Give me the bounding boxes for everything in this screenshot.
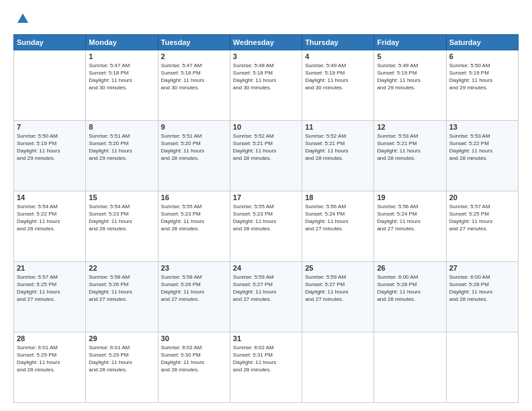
day-info: Sunrise: 5:56 AMSunset: 5:24 PMDaylight:…	[305, 203, 371, 233]
day-number: 24	[233, 264, 299, 272]
day-number: 3	[233, 52, 299, 60]
calendar-cell: 4Sunrise: 5:49 AMSunset: 5:19 PMDaylight…	[302, 50, 374, 120]
day-info: Sunrise: 5:51 AMSunset: 5:20 PMDaylight:…	[161, 132, 227, 163]
calendar-cell: 29Sunrise: 6:01 AMSunset: 5:29 PMDayligh…	[86, 332, 158, 402]
day-number: 14	[17, 193, 83, 201]
calendar: SundayMondayTuesdayWednesdayThursdayFrid…	[13, 34, 519, 403]
calendar-week-1: 7Sunrise: 5:50 AMSunset: 5:19 PMDaylight…	[14, 120, 519, 191]
day-number: 19	[377, 193, 443, 201]
day-number: 20	[449, 193, 515, 201]
day-info: Sunrise: 5:55 AMSunset: 5:23 PMDaylight:…	[161, 203, 227, 233]
calendar-cell: 20Sunrise: 5:57 AMSunset: 5:25 PMDayligh…	[446, 191, 518, 261]
calendar-week-3: 21Sunrise: 5:57 AMSunset: 5:25 PMDayligh…	[14, 261, 519, 332]
calendar-cell: 7Sunrise: 5:50 AMSunset: 5:19 PMDaylight…	[14, 120, 86, 191]
day-info: Sunrise: 6:01 AMSunset: 5:29 PMDaylight:…	[89, 344, 154, 374]
day-info: Sunrise: 5:48 AMSunset: 5:18 PMDaylight:…	[233, 62, 299, 92]
calendar-cell: 5Sunrise: 5:49 AMSunset: 5:19 PMDaylight…	[374, 50, 446, 120]
day-number: 12	[377, 123, 443, 131]
calendar-week-2: 14Sunrise: 5:54 AMSunset: 5:22 PMDayligh…	[14, 191, 519, 261]
calendar-cell: 14Sunrise: 5:54 AMSunset: 5:22 PMDayligh…	[14, 191, 86, 261]
day-info: Sunrise: 5:49 AMSunset: 5:19 PMDaylight:…	[305, 62, 371, 92]
calendar-cell: 25Sunrise: 5:59 AMSunset: 5:27 PMDayligh…	[302, 261, 374, 332]
calendar-cell: 28Sunrise: 6:01 AMSunset: 5:29 PMDayligh…	[14, 332, 86, 402]
day-info: Sunrise: 5:52 AMSunset: 5:21 PMDaylight:…	[305, 132, 371, 163]
calendar-cell: 27Sunrise: 6:00 AMSunset: 5:28 PMDayligh…	[446, 261, 518, 332]
calendar-cell: 1Sunrise: 5:47 AMSunset: 5:18 PMDaylight…	[86, 50, 158, 120]
day-number: 25	[305, 264, 371, 272]
calendar-cell	[446, 332, 518, 402]
calendar-cell: 10Sunrise: 5:52 AMSunset: 5:21 PMDayligh…	[230, 120, 302, 191]
day-info: Sunrise: 5:50 AMSunset: 5:19 PMDaylight:…	[17, 132, 83, 163]
day-number: 30	[161, 334, 227, 342]
svg-marker-0	[17, 13, 28, 23]
day-info: Sunrise: 6:00 AMSunset: 5:28 PMDaylight:…	[377, 273, 443, 304]
day-info: Sunrise: 5:56 AMSunset: 5:24 PMDaylight:…	[377, 203, 443, 233]
day-number: 26	[377, 264, 443, 272]
day-number: 1	[89, 52, 154, 60]
logo	[13, 11, 31, 30]
calendar-cell: 16Sunrise: 5:55 AMSunset: 5:23 PMDayligh…	[158, 191, 230, 261]
day-info: Sunrise: 5:54 AMSunset: 5:23 PMDaylight:…	[89, 203, 154, 233]
day-info: Sunrise: 5:47 AMSunset: 5:18 PMDaylight:…	[89, 62, 154, 92]
day-number: 10	[233, 123, 299, 131]
day-info: Sunrise: 5:58 AMSunset: 5:26 PMDaylight:…	[89, 273, 154, 304]
day-info: Sunrise: 5:57 AMSunset: 5:25 PMDaylight:…	[17, 273, 83, 304]
calendar-cell: 9Sunrise: 5:51 AMSunset: 5:20 PMDaylight…	[158, 120, 230, 191]
day-info: Sunrise: 5:47 AMSunset: 5:18 PMDaylight:…	[161, 62, 227, 92]
day-info: Sunrise: 6:02 AMSunset: 5:30 PMDaylight:…	[161, 344, 227, 374]
calendar-cell: 6Sunrise: 5:50 AMSunset: 5:19 PMDaylight…	[446, 50, 518, 120]
day-number: 7	[17, 123, 83, 131]
calendar-cell: 23Sunrise: 5:58 AMSunset: 5:26 PMDayligh…	[158, 261, 230, 332]
day-number: 13	[449, 123, 515, 131]
day-info: Sunrise: 5:55 AMSunset: 5:23 PMDaylight:…	[233, 203, 299, 233]
day-info: Sunrise: 5:53 AMSunset: 5:22 PMDaylight:…	[449, 132, 515, 163]
day-info: Sunrise: 5:53 AMSunset: 5:21 PMDaylight:…	[377, 132, 443, 163]
calendar-cell: 26Sunrise: 6:00 AMSunset: 5:28 PMDayligh…	[374, 261, 446, 332]
calendar-header-row: SundayMondayTuesdayWednesdayThursdayFrid…	[14, 34, 519, 50]
day-number: 28	[17, 334, 83, 342]
day-info: Sunrise: 6:00 AMSunset: 5:28 PMDaylight:…	[449, 273, 515, 304]
day-number: 11	[305, 123, 371, 131]
header	[13, 11, 519, 30]
page: SundayMondayTuesdayWednesdayThursdayFrid…	[0, 0, 532, 411]
day-number: 4	[305, 52, 371, 60]
col-header-tuesday: Tuesday	[158, 34, 230, 50]
calendar-cell: 24Sunrise: 5:59 AMSunset: 5:27 PMDayligh…	[230, 261, 302, 332]
day-info: Sunrise: 5:59 AMSunset: 5:27 PMDaylight:…	[233, 273, 299, 304]
calendar-cell: 31Sunrise: 6:02 AMSunset: 5:31 PMDayligh…	[230, 332, 302, 402]
day-number: 5	[377, 52, 443, 60]
calendar-cell: 17Sunrise: 5:55 AMSunset: 5:23 PMDayligh…	[230, 191, 302, 261]
day-info: Sunrise: 6:02 AMSunset: 5:31 PMDaylight:…	[233, 344, 299, 374]
calendar-cell: 8Sunrise: 5:51 AMSunset: 5:20 PMDaylight…	[86, 120, 158, 191]
day-info: Sunrise: 5:51 AMSunset: 5:20 PMDaylight:…	[89, 132, 154, 163]
calendar-cell: 12Sunrise: 5:53 AMSunset: 5:21 PMDayligh…	[374, 120, 446, 191]
day-number: 18	[305, 193, 371, 201]
calendar-cell: 30Sunrise: 6:02 AMSunset: 5:30 PMDayligh…	[158, 332, 230, 402]
calendar-cell: 22Sunrise: 5:58 AMSunset: 5:26 PMDayligh…	[86, 261, 158, 332]
col-header-friday: Friday	[374, 34, 446, 50]
calendar-cell	[302, 332, 374, 402]
calendar-cell: 15Sunrise: 5:54 AMSunset: 5:23 PMDayligh…	[86, 191, 158, 261]
day-number: 2	[161, 52, 227, 60]
calendar-week-0: 1Sunrise: 5:47 AMSunset: 5:18 PMDaylight…	[14, 50, 519, 120]
day-number: 9	[161, 123, 227, 131]
day-number: 16	[161, 193, 227, 201]
day-info: Sunrise: 5:52 AMSunset: 5:21 PMDaylight:…	[233, 132, 299, 163]
calendar-cell: 13Sunrise: 5:53 AMSunset: 5:22 PMDayligh…	[446, 120, 518, 191]
col-header-monday: Monday	[86, 34, 158, 50]
calendar-cell: 21Sunrise: 5:57 AMSunset: 5:25 PMDayligh…	[14, 261, 86, 332]
col-header-thursday: Thursday	[302, 34, 374, 50]
day-number: 21	[17, 264, 83, 272]
day-number: 29	[89, 334, 154, 342]
day-info: Sunrise: 6:01 AMSunset: 5:29 PMDaylight:…	[17, 344, 83, 374]
logo-icon	[15, 11, 31, 27]
calendar-cell: 3Sunrise: 5:48 AMSunset: 5:18 PMDaylight…	[230, 50, 302, 120]
day-number: 23	[161, 264, 227, 272]
day-number: 22	[89, 264, 154, 272]
day-info: Sunrise: 5:57 AMSunset: 5:25 PMDaylight:…	[449, 203, 515, 233]
day-number: 8	[89, 123, 154, 131]
day-number: 6	[449, 52, 515, 60]
day-number: 27	[449, 264, 515, 272]
day-info: Sunrise: 5:59 AMSunset: 5:27 PMDaylight:…	[305, 273, 371, 304]
day-number: 31	[233, 334, 299, 342]
